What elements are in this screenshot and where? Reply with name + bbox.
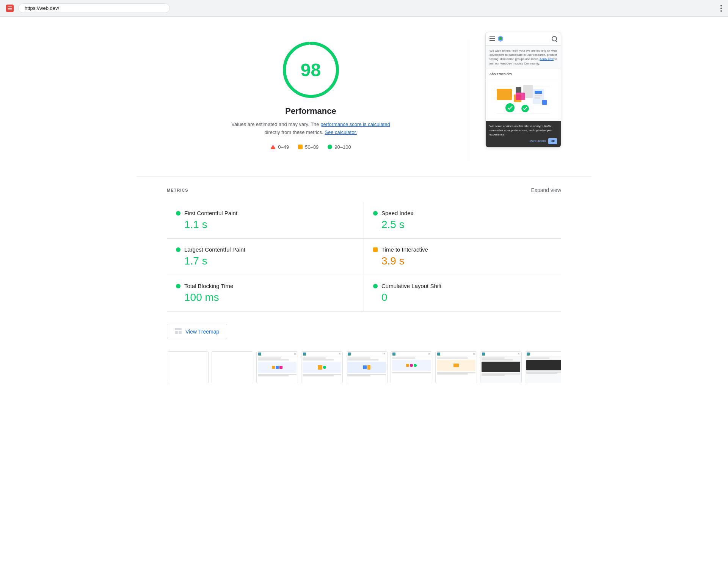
- browser-chrome: https://web.dev/: [0, 0, 728, 17]
- metric-tbt-header: Total Blocking Time: [176, 283, 355, 289]
- screenshot-preview: We want to hear from you! We are looking…: [485, 32, 561, 148]
- svg-rect-7: [535, 91, 542, 94]
- cookie-more-details-link[interactable]: More details: [530, 139, 546, 143]
- filmstrip-frame-empty-1: [167, 351, 209, 383]
- svg-rect-8: [535, 95, 542, 96]
- treemap-section: View Treemap: [167, 324, 561, 339]
- url-bar[interactable]: https://web.dev/: [18, 3, 170, 13]
- metric-speed-index: Speed Index 2.5 s: [364, 202, 561, 239]
- apply-link[interactable]: Apply now: [540, 57, 554, 61]
- filmstrip-close-icon-7: ✕: [473, 353, 475, 356]
- filmstrip-logo-icon-9: [527, 353, 530, 356]
- score-legend: 0–49 50–89 90–100: [270, 144, 351, 150]
- svg-point-11: [505, 103, 515, 112]
- filmstrip-logo-icon-5: [348, 353, 351, 356]
- score-desc-text: Values are estimated and may vary. The: [231, 121, 320, 127]
- filmstrip-close-icon-6: ✕: [428, 353, 430, 356]
- cookie-ok-button[interactable]: Ok: [548, 138, 557, 144]
- filmstrip-logo-icon-4: [303, 353, 306, 356]
- metric-cls-header: Cumulative Layout Shift: [373, 283, 552, 289]
- svg-rect-10: [516, 93, 525, 100]
- metric-fcp-name: First Contentful Paint: [184, 210, 237, 216]
- filmstrip-close-icon-4: ✕: [339, 353, 341, 356]
- metric-lcp-status-dot: [176, 247, 180, 252]
- metrics-grid: First Contentful Paint 1.1 s Speed Index…: [167, 202, 561, 312]
- red-triangle-icon: [270, 145, 276, 149]
- treemap-icon: [175, 328, 182, 335]
- metric-tbt-value: 100 ms: [184, 291, 355, 304]
- metric-tti-header: Time to Interactive: [373, 246, 552, 253]
- cookie-buttons: More details Ok: [490, 138, 557, 144]
- svg-marker-5: [516, 87, 521, 93]
- svg-rect-9: [535, 97, 540, 99]
- section-divider: [136, 176, 592, 176]
- score-value: 98: [301, 60, 321, 80]
- filmstrip-frame-5: ✕: [346, 351, 388, 383]
- metric-cls-value: 0: [381, 291, 552, 304]
- metric-cls-status-dot: [373, 284, 378, 288]
- metrics-header: METRICS Expand view: [167, 187, 561, 193]
- calculator-link[interactable]: See calculator.: [325, 129, 357, 135]
- metric-si-name: Speed Index: [381, 210, 413, 216]
- metric-time-to-interactive: Time to Interactive 3.9 s: [364, 239, 561, 275]
- legend-range-red: 0–49: [278, 144, 289, 150]
- browser-favicon: [6, 5, 14, 12]
- metric-si-status-dot: [373, 211, 378, 216]
- filmstrip-frame-3: ✕: [256, 351, 298, 383]
- search-icon[interactable]: [552, 36, 557, 41]
- screenshot-cookie-banner: We serve cookies on this site to analyze…: [486, 121, 561, 147]
- filmstrip-close-icon-5: ✕: [383, 353, 386, 356]
- metric-si-header: Speed Index: [373, 210, 552, 216]
- metric-tbt-status-dot: [176, 284, 180, 288]
- hamburger-icon[interactable]: [490, 36, 495, 41]
- filmstrip-frame-8: ✕: [480, 351, 522, 383]
- filmstrip-frame-6: ✕: [391, 351, 432, 383]
- filmstrip-logo-icon-6: [392, 353, 395, 356]
- treemap-label: View Treemap: [185, 329, 219, 335]
- svg-rect-17: [175, 331, 178, 334]
- filmstrip-logo-icon-7: [437, 353, 440, 356]
- legend-range-orange: 50–89: [305, 144, 318, 150]
- metric-largest-contentful-paint: Largest Contentful Paint 1.7 s: [167, 239, 364, 275]
- filmstrip-frame-7: ✕: [435, 351, 477, 383]
- filmstrip-frame-4: ✕: [301, 351, 343, 383]
- score-circle: 98: [281, 39, 341, 100]
- metric-lcp-name: Largest Contentful Paint: [184, 246, 245, 253]
- metric-fcp-value: 1.1 s: [184, 219, 355, 231]
- green-circle-icon: [328, 145, 332, 149]
- metric-first-contentful-paint: First Contentful Paint 1.1 s: [167, 202, 364, 239]
- expand-view-button[interactable]: Expand view: [531, 187, 561, 193]
- filmstrip-close-icon-8: ✕: [518, 353, 520, 356]
- svg-rect-18: [179, 331, 182, 334]
- svg-rect-2: [497, 89, 512, 100]
- screenshot-banner: We want to hear from you! We are looking…: [486, 46, 561, 69]
- metric-tti-status-dot: [373, 247, 378, 252]
- metric-total-blocking-time: Total Blocking Time 100 ms: [167, 275, 364, 312]
- view-treemap-button[interactable]: View Treemap: [167, 324, 227, 339]
- screenshot-nav: [490, 35, 504, 42]
- legend-item-red: 0–49: [270, 144, 289, 150]
- metric-cumulative-layout-shift: Cumulative Layout Shift 0: [364, 275, 561, 312]
- score-calc-link[interactable]: performance score is calculated: [320, 121, 390, 127]
- svg-rect-15: [542, 100, 547, 105]
- cookie-text: We serve cookies on this site to analyze…: [490, 124, 552, 136]
- svg-rect-16: [175, 328, 182, 330]
- metric-tti-value: 3.9 s: [381, 255, 552, 267]
- top-section: 98 Performance Values are estimated and …: [167, 32, 561, 161]
- browser-menu-icon[interactable]: [720, 5, 722, 12]
- filmstrip[interactable]: ✕: [167, 351, 561, 386]
- webdev-logo-icon: [497, 35, 504, 42]
- metrics-label: METRICS: [167, 188, 188, 192]
- main-content: 98 Performance Values are estimated and …: [136, 17, 592, 401]
- legend-item-green: 90–100: [328, 144, 351, 150]
- metric-cls-name: Cumulative Layout Shift: [381, 283, 441, 289]
- banner-link-text: Apply now: [540, 57, 554, 61]
- metric-tbt-name: Total Blocking Time: [184, 283, 233, 289]
- score-section: 98 Performance Values are estimated and …: [167, 32, 455, 150]
- screenshot-toolbar: [486, 32, 561, 46]
- metric-tti-name: Time to Interactive: [381, 246, 428, 253]
- screenshot-illustration: [486, 79, 561, 121]
- score-title: Performance: [285, 106, 336, 116]
- filmstrip-frame-9: ✕: [525, 351, 561, 383]
- legend-range-green: 90–100: [334, 144, 351, 150]
